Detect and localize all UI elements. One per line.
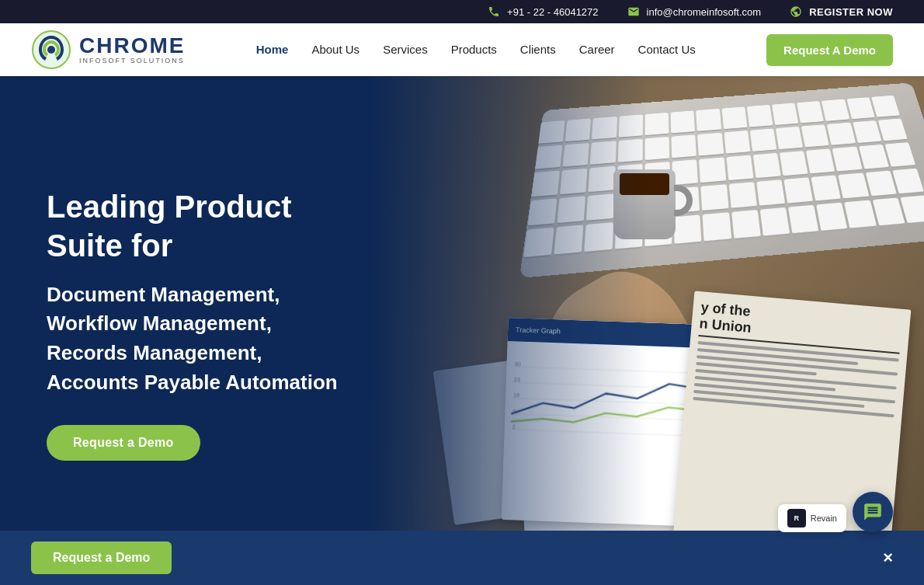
email-address: info@chromeinfosoft.com (647, 6, 762, 18)
revain-label: Revain (811, 514, 837, 523)
logo-text: CHROME INFOSOFT SOLUTIONS (79, 35, 185, 64)
nav-link-services[interactable]: Services (373, 37, 437, 62)
nav-link-contact[interactable]: Contact Us (629, 37, 705, 62)
bottom-bar-cta-button[interactable]: Request a Demo (31, 541, 172, 572)
bottom-bar: Request a Demo × (0, 531, 924, 572)
nav-link-career[interactable]: Career (570, 37, 624, 62)
hero-section: Tracker Graph 30 (0, 76, 924, 572)
navbar: CHROME INFOSOFT SOLUTIONS Home About Us … (0, 23, 924, 76)
revain-badge[interactable]: R Revain (778, 504, 846, 532)
mail-icon (627, 5, 641, 19)
logo: CHROME INFOSOFT SOLUTIONS (31, 30, 185, 70)
phone-item: +91 - 22 - 46041272 (487, 5, 598, 19)
nav-item-clients[interactable]: Clients (511, 43, 565, 57)
nav-item-home[interactable]: Home (247, 43, 298, 57)
chat-bubble[interactable] (853, 492, 893, 532)
hero-cta-button[interactable]: Request a Demo (47, 425, 200, 461)
svg-point-1 (47, 46, 55, 54)
bottom-bar-close-button[interactable]: × (883, 548, 893, 568)
logo-icon (31, 30, 71, 70)
revain-logo: R (787, 509, 806, 528)
nav-link-about[interactable]: About Us (302, 37, 369, 62)
nav-link-products[interactable]: Products (442, 37, 506, 62)
topbar: +91 - 22 - 46041272 info@chromeinfosoft.… (0, 0, 924, 23)
navbar-cta-button[interactable]: Request A Demo (766, 34, 893, 66)
logo-sub: INFOSOFT SOLUTIONS (79, 57, 185, 64)
phone-number: +91 - 22 - 46041272 (507, 6, 598, 18)
hero-subtitle: Document Management, Workflow Management… (47, 280, 357, 398)
nav-link-home[interactable]: Home (247, 37, 298, 62)
register-item[interactable]: REGISTER NOW (789, 5, 893, 19)
chat-icon (863, 502, 883, 522)
nav-item-services[interactable]: Services (373, 43, 437, 57)
hero-content: Leading Product Suite for Document Manag… (0, 187, 404, 461)
logo-name: CHROME (79, 35, 185, 57)
nav-item-contact[interactable]: Contact Us (629, 43, 705, 57)
nav-links: Home About Us Services Products Clients … (247, 43, 705, 57)
register-button[interactable]: REGISTER NOW (809, 6, 893, 18)
globe-icon (789, 5, 803, 19)
hero-title: Leading Product Suite for (47, 187, 357, 265)
nav-link-clients[interactable]: Clients (511, 37, 565, 62)
phone-icon (487, 5, 501, 19)
nav-item-products[interactable]: Products (442, 43, 506, 57)
email-item: info@chromeinfosoft.com (627, 5, 762, 19)
nav-item-about[interactable]: About Us (302, 43, 369, 57)
nav-item-career[interactable]: Career (570, 43, 624, 57)
